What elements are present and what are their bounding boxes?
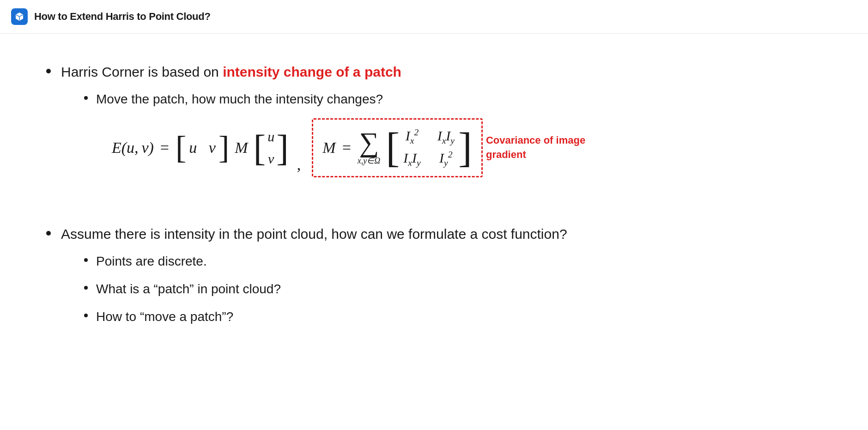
header: How to Extend Harris to Point Cloud? xyxy=(0,0,868,34)
bullet-2-text: Assume there is intensity in the point c… xyxy=(61,224,831,244)
column-vector: u v xyxy=(267,126,274,170)
bracket-right-2: ] xyxy=(276,129,289,166)
sub-bullet-dot-2-2 xyxy=(84,286,88,290)
bracket-left-2: [ xyxy=(254,129,266,166)
bullet-1-prefix: Harris Corner is based on xyxy=(61,64,223,79)
sub-bullet-2-3: How to “move a patch”? xyxy=(84,307,831,327)
sigma-symbol: ∑ xyxy=(359,130,379,155)
matrix-bracket-right: ] xyxy=(458,127,472,169)
matrix-cell-21: IxIy xyxy=(403,150,420,168)
bracket-left-1: [ xyxy=(176,132,186,164)
page-title: How to Extend Harris to Point Cloud? xyxy=(34,11,211,23)
matrix-cell-11: Ix2 xyxy=(403,127,420,146)
sub-bullet-dot-2-3 xyxy=(84,314,88,317)
sigma-subscript: x,y∈Ω xyxy=(358,156,381,166)
sub-bullet-2-1-text: Points are discrete. xyxy=(96,252,207,271)
vector-v: v xyxy=(268,148,274,170)
bullet-2: Assume there is intensity in the point c… xyxy=(46,224,831,335)
formula-M2: M xyxy=(322,139,335,157)
covariance-label: Covariance of image gradient xyxy=(486,133,588,162)
sub-bullet-dot-2-1 xyxy=(84,258,88,262)
red-dashed-formula-box: M = ∑ x,y∈Ω [ Ix2 IxIy xyxy=(312,118,483,177)
bullet-1-text: Harris Corner is based on intensity chan… xyxy=(61,61,831,82)
sub-bullet-2-3-text: How to “move a patch”? xyxy=(96,307,233,327)
bullet-dot-2 xyxy=(46,231,51,236)
sub-bullet-dot-1-1 xyxy=(84,96,88,100)
matrix-cell-22: Iy2 xyxy=(437,150,455,168)
formula-block: E(u, v) = [ u v ] M [ u v ] xyxy=(112,118,831,177)
sub-bullet-2-1: Points are discrete. xyxy=(84,252,831,271)
formula-uv-row: u v xyxy=(189,139,216,157)
formula-comma: , xyxy=(297,156,301,177)
sub-bullets-2: Points are discrete. What is a “patch” i… xyxy=(84,252,831,327)
main-content: Harris Corner is based on intensity chan… xyxy=(0,34,868,381)
bullet-dot-1 xyxy=(46,69,51,73)
sub-bullet-2-2-text: What is a “patch” in point cloud? xyxy=(96,279,281,299)
sub-bullet-2-2: What is a “patch” in point cloud? xyxy=(84,279,831,299)
formula-equals2: = xyxy=(342,139,351,157)
sub-bullet-1-1-text: Move the patch, how much the intensity c… xyxy=(96,90,383,109)
sub-bullets-1: Move the patch, how much the intensity c… xyxy=(84,90,831,177)
vector-u: u xyxy=(267,126,274,148)
matrix-bracket-left: [ xyxy=(386,127,400,169)
bullet-1: Harris Corner is based on intensity chan… xyxy=(46,61,831,191)
formula-equals: = xyxy=(160,139,169,157)
bracket-right-1: ] xyxy=(219,132,229,164)
matrix-2x2: Ix2 IxIy IxIy Iy2 xyxy=(403,127,455,168)
bullet-1-highlight: intensity change of a patch xyxy=(223,64,401,79)
sub-bullet-1-1: Move the patch, how much the intensity c… xyxy=(84,90,831,109)
formula-E: E(u, v) xyxy=(112,139,154,157)
formula-M: M xyxy=(235,139,248,157)
app-logo-icon xyxy=(11,8,28,25)
matrix-cell-12: IxIy xyxy=(437,128,455,146)
sigma-container: ∑ x,y∈Ω xyxy=(358,130,381,166)
